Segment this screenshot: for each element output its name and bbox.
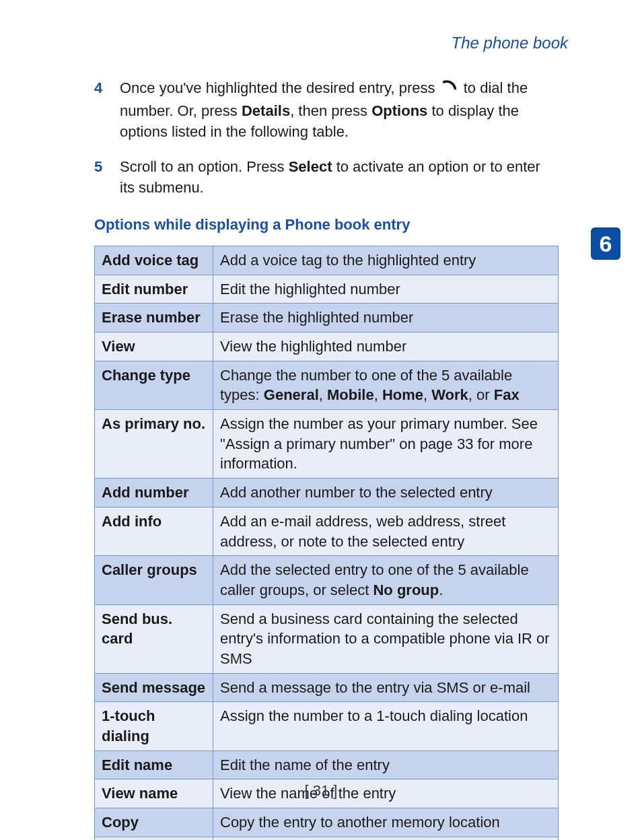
option-description: View the highlighted number [213, 332, 559, 361]
call-icon [439, 79, 460, 101]
bold-term: General [264, 386, 319, 403]
table-row: Add voice tagAdd a voice tag to the high… [95, 246, 559, 275]
option-name: Caller groups [95, 556, 213, 604]
section-header: The phone book [94, 34, 595, 53]
table-row: Caller groupsAdd the selected entry to o… [95, 556, 559, 604]
option-description: Edit the highlighted number [213, 275, 559, 304]
bold-term: No group [373, 582, 439, 598]
option-name: Erase [95, 837, 213, 840]
bold-term: Details [242, 102, 290, 119]
option-description: Send a message to the entry via SMS or e… [213, 673, 559, 702]
step-body: Scroll to an option. Press Select to act… [120, 157, 595, 199]
table-row: Send messageSend a message to the entry … [95, 673, 559, 702]
document-page: The phone book 4Once you've highlighted … [0, 0, 642, 840]
option-description: Assign the number to a 1-touch dialing l… [213, 702, 559, 750]
option-description: Edit the name of the entry [213, 750, 559, 779]
options-table: Add voice tagAdd a voice tag to the high… [94, 246, 559, 840]
table-row: 1-touch dialingAssign the number to a 1-… [95, 702, 559, 750]
option-name: Change type [95, 361, 213, 409]
table-row: EraseErase the entry and all information… [95, 837, 559, 840]
option-name: As primary no. [95, 410, 213, 479]
table-row: Add numberAdd another number to the sele… [95, 479, 559, 508]
option-description: Add the selected entry to one of the 5 a… [213, 556, 559, 604]
bold-term: Fax [494, 386, 520, 403]
option-name: Copy [95, 808, 213, 837]
option-name: Edit name [95, 750, 213, 779]
bold-term: Work [431, 386, 468, 403]
option-description: Send a business card containing the sele… [213, 604, 559, 673]
option-name: Add voice tag [95, 246, 213, 275]
step: 5Scroll to an option. Press Select to ac… [94, 157, 595, 199]
step: 4Once you've highlighted the desired ent… [94, 78, 595, 142]
options-subheading: Options while displaying a Phone book en… [94, 216, 595, 234]
option-name: Send bus. card [95, 604, 213, 673]
bold-term: Select [289, 158, 332, 175]
table-row: Send bus. cardSend a business card conta… [95, 604, 559, 673]
option-description: Add an e-mail address, web address, stre… [213, 507, 559, 555]
bold-term: Mobile [327, 386, 374, 403]
step-number: 5 [94, 157, 120, 199]
table-row: Add infoAdd an e-mail address, web addre… [95, 507, 559, 555]
option-description: Erase the highlighted number [213, 304, 559, 332]
chapter-tab: 6 [591, 228, 620, 260]
table-row: Erase numberErase the highlighted number [95, 304, 559, 332]
table-row: As primary no.Assign the number as your … [95, 410, 559, 479]
option-name: Add info [95, 507, 213, 555]
step-body: Once you've highlighted the desired entr… [120, 78, 595, 142]
option-name: Add number [95, 479, 213, 508]
option-description: Copy the entry to another memory locatio… [213, 808, 559, 837]
option-name: Erase number [95, 304, 213, 332]
option-name: View [95, 332, 213, 361]
table-row: CopyCopy the entry to another memory loc… [95, 808, 559, 837]
option-name: Send message [95, 673, 213, 702]
option-description: Add another number to the selected entry [213, 479, 559, 508]
option-description: Erase the entry and all information it c… [213, 837, 559, 840]
option-description: Assign the number as your primary number… [213, 410, 559, 479]
option-description: Add a voice tag to the highlighted entry [213, 246, 559, 275]
bold-term: Options [371, 102, 427, 119]
table-row: Edit numberEdit the highlighted number [95, 275, 559, 304]
step-number: 4 [94, 78, 120, 142]
page-number: [ 31 ] [0, 782, 642, 800]
option-name: 1-touch dialing [95, 702, 213, 750]
table-row: ViewView the highlighted number [95, 332, 559, 361]
table-row: Change typeChange the number to one of t… [95, 361, 559, 409]
option-name: Edit number [95, 275, 213, 304]
bold-term: Home [382, 386, 423, 403]
option-description: Change the number to one of the 5 availa… [213, 361, 559, 409]
table-row: Edit nameEdit the name of the entry [95, 750, 559, 779]
steps-list: 4Once you've highlighted the desired ent… [94, 78, 595, 199]
